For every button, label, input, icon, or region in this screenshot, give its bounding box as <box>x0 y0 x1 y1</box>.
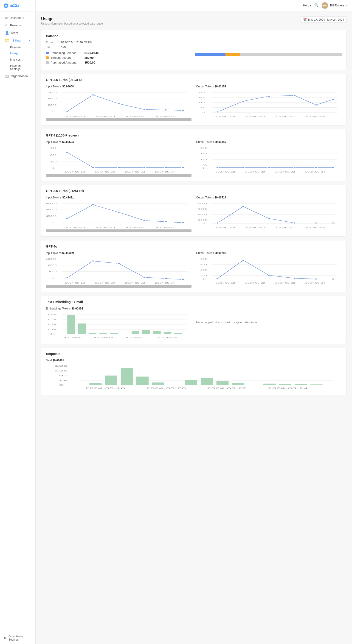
payment-settings-label: Payment Settings <box>10 64 30 71</box>
svg-point-149 <box>267 274 270 276</box>
svg-text:2024-05-20: 2024-05-20 <box>245 282 265 284</box>
scrollbar-thumb <box>46 285 191 288</box>
svg-rect-172 <box>132 331 139 334</box>
sidebar-item-usage[interactable]: Usage <box>2 50 34 56</box>
user-chevron-icon: ▾ <box>346 4 347 7</box>
svg-rect-198 <box>216 381 228 385</box>
sidebar-item-projects[interactable]: 🗂 Projects <box>2 22 34 29</box>
scrollbar-thumb <box>46 230 191 232</box>
svg-text:0: 0 <box>52 110 55 112</box>
svg-point-56 <box>182 167 184 168</box>
requests-bar-chart: 180 135 90 45 0 2024-05-18 2024-05-20 20… <box>46 364 342 392</box>
sidebar-item-team[interactable]: 👤 Team <box>2 29 34 36</box>
svg-text:0: 0 <box>52 221 55 224</box>
sidebar-item-billing[interactable]: 💳 Billing ▾ <box>2 37 34 44</box>
svg-point-152 <box>332 278 334 280</box>
sidebar-item-invoices[interactable]: Invoices <box>2 57 34 63</box>
logo-text: ai12z <box>10 3 19 8</box>
svg-point-127 <box>66 277 69 278</box>
svg-rect-169 <box>89 333 96 334</box>
sidebar: ◉ ai12z ⊞ Dashboard 🗂 Projects 👤 Team 💳 … <box>0 0 36 644</box>
thresh-balance-item: Thresh Amount: $50.00 <box>46 56 193 60</box>
remaining-balance-item: Remaining Balance: $106.0444 <box>46 51 193 54</box>
svg-text:2024-05-24: 2024-05-24 <box>305 170 325 173</box>
output-chart-wrap-gpt35-0125: 12000 9000 6000 3000 0 2024-05-18 2024-0… <box>196 201 342 228</box>
sidebar-item-dashboard[interactable]: ⊞ Dashboard <box>2 14 34 21</box>
input-scrollbar-gpt35-0613[interactable] <box>46 118 191 121</box>
svg-point-72 <box>242 167 244 168</box>
output-chart-gpt4o: Output Tokens $0.01282 800 600 400 200 <box>196 252 342 288</box>
input-scrollbar-gpt4o[interactable] <box>46 285 191 288</box>
svg-text:0M: 0M <box>50 333 56 335</box>
svg-text:2024-05-24: 2024-05-24 <box>268 387 308 389</box>
svg-point-131 <box>165 278 167 280</box>
svg-text:2024-05-19: 2024-05-19 <box>93 336 113 339</box>
embedding-section: Text Embedding 3 Small Embeddings Tokens… <box>46 300 342 340</box>
balance-grid: Remaining Balance: $106.0444 Thresh Amou… <box>46 51 342 66</box>
input-scrollbar-gpt4-1106[interactable] <box>46 174 191 177</box>
svg-text:2024-05-20: 2024-05-20 <box>245 226 265 228</box>
svg-text:2024-05-22: 2024-05-22 <box>125 170 145 173</box>
settings-icon: ⚙ <box>4 636 7 640</box>
embedding-token-title: Embeddings Tokens $0.00854 <box>46 307 191 310</box>
search-button[interactable]: 🔍 <box>314 3 319 8</box>
input-chart-gpt4-1106: Input Tokens $0.00624 600 300 150 0 2024… <box>46 140 191 177</box>
charts-row-gpt35-0613: Input Tokens $0.04608 12000 6000 3000 0 <box>46 85 342 121</box>
svg-point-36 <box>293 95 296 96</box>
output-chart-title-gpt35-0613: Output Tokens $0.00153 <box>196 85 342 88</box>
help-button[interactable]: Help ▾ <box>303 4 311 7</box>
svg-text:2024-05-18: 2024-05-18 <box>65 226 85 228</box>
svg-point-13 <box>66 110 69 112</box>
svg-point-114 <box>332 222 334 224</box>
svg-text:12000: 12000 <box>46 91 57 94</box>
sidebar-item-payment[interactable]: Payment <box>2 44 34 50</box>
team-icon: 👤 <box>5 31 9 35</box>
svg-text:0.1M: 0.1M <box>48 328 57 330</box>
user-menu[interactable]: BR Bill Rogers ▾ <box>322 2 347 9</box>
balance-progress-bar <box>195 53 342 56</box>
svg-text:9000: 9000 <box>198 208 207 210</box>
output-chart-gpt35-0125: Output Tokens $0.06514 12000 9000 6000 3… <box>196 196 342 232</box>
embedding-name: Text Embedding 3 Small <box>46 300 191 304</box>
svg-text:90: 90 <box>59 375 68 377</box>
sidebar-item-organization[interactable]: 🏢 Organization <box>2 72 34 80</box>
output-chart-title-gpt4o: Output Tokens $0.01282 <box>196 252 342 255</box>
svg-point-110 <box>242 206 244 208</box>
charts-row-gpt4o: Input Tokens $0.06359 12000 6000 3000 0 … <box>46 252 342 288</box>
svg-rect-175 <box>164 332 172 334</box>
svg-text:2024-05-22: 2024-05-22 <box>125 115 145 118</box>
svg-rect-194 <box>136 376 149 385</box>
page-title: Usage <box>41 16 104 21</box>
output-chart-wrap-gpt35-0613: 220 165 110 55 0 2024-05-18 2024-05-20 2… <box>196 90 342 118</box>
svg-text:600: 600 <box>200 264 207 266</box>
model-name-gpt35-0125: GPT 3.5 Turbo (0125) 16k <box>46 189 342 193</box>
model-card-gpt4o: GPT-4o Input Tokens $0.06359 12000 6000 … <box>41 240 346 292</box>
svg-text:165: 165 <box>198 96 205 99</box>
scrollbar-thumb <box>46 118 191 121</box>
org-settings-footer[interactable]: ⚙ Organization Settings <box>0 632 35 644</box>
svg-rect-200 <box>263 384 275 385</box>
svg-text:2024-05-20: 2024-05-20 <box>95 226 115 228</box>
svg-text:2024-05-20: 2024-05-20 <box>245 170 265 173</box>
balance-from-row: From: 3/27/2024, 12:46:45 PM <box>46 40 342 44</box>
svg-text:0: 0 <box>52 276 55 279</box>
svg-text:150: 150 <box>50 160 57 163</box>
svg-rect-171 <box>110 333 118 334</box>
date-range-picker[interactable]: 📅 May 17, 2024 - May 24, 2024 <box>300 16 346 23</box>
sidebar-item-payment-settings[interactable]: Payment Settings <box>2 63 34 72</box>
svg-point-92 <box>143 220 146 222</box>
svg-text:45: 45 <box>59 380 68 382</box>
svg-text:90000: 90000 <box>46 208 57 211</box>
svg-point-93 <box>165 221 167 222</box>
svg-point-35 <box>267 96 270 97</box>
svg-text:2024-05-20: 2024-05-20 <box>95 282 115 284</box>
svg-text:6000: 6000 <box>48 98 57 100</box>
help-chevron-icon: ▾ <box>310 4 311 7</box>
svg-text:220: 220 <box>198 91 205 94</box>
sidebar-nav: ⊞ Dashboard 🗂 Projects 👤 Team 💳 Billing … <box>0 12 35 632</box>
output-line-chart-gpt35-0125: 12000 9000 6000 3000 0 2024-05-18 2024-0… <box>196 201 342 228</box>
input-scrollbar-gpt35-0125[interactable] <box>46 230 191 232</box>
svg-text:2024-05-18: 2024-05-18 <box>215 170 235 173</box>
svg-point-14 <box>92 94 94 96</box>
charts-row-gpt35-0125: Input Tokens $0.42431 80000 90000 45000 … <box>46 196 342 232</box>
